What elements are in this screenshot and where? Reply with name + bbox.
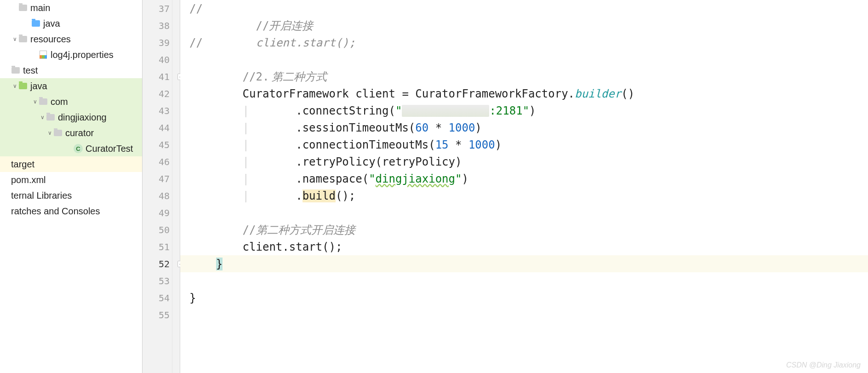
code-line-43[interactable]: | .connectString(":2181"): [180, 102, 868, 119]
code-line-51[interactable]: client.start();: [180, 238, 868, 255]
tree-item-java-test[interactable]: ∨java: [0, 78, 142, 94]
folder-icon: [18, 3, 28, 12]
code-line-46[interactable]: | .retryPolicy(retryPolicy): [180, 153, 868, 170]
code-line-54[interactable]: }: [180, 289, 868, 306]
tree-item-label: curator: [65, 128, 94, 138]
tree-item-dingjiaxiong[interactable]: ∨dingjiaxiong: [0, 109, 142, 125]
number-literal: 60: [415, 121, 428, 134]
code-text: }: [189, 292, 196, 304]
folder-icon: [31, 19, 40, 28]
method-build: build: [303, 189, 336, 202]
number-literal: 15: [435, 138, 449, 151]
code-line-42[interactable]: CuratorFramework client = CuratorFramewo…: [180, 85, 868, 102]
chevron-down-icon[interactable]: ∨: [11, 36, 18, 42]
tree-item-label: com: [51, 97, 68, 107]
code-line-47[interactable]: | .namespace("dingjiaxiong"): [180, 170, 868, 187]
code-editor[interactable]: // //开启连接 // client.start(); //2. 第二种方式 …: [180, 0, 868, 373]
code-text: ): [495, 138, 502, 151]
code-text: (): [621, 87, 634, 100]
tree-item-label: test: [23, 65, 38, 76]
fold-strip: [172, 0, 180, 373]
code-text: .sessionTimeoutMs(: [296, 121, 415, 134]
tree-item-test[interactable]: test: [0, 63, 142, 78]
code-line-38[interactable]: //开启连接: [180, 17, 868, 34]
tree-item-label: java: [43, 18, 60, 29]
tree-item-scratches[interactable]: ratches and Consoles: [0, 203, 142, 219]
tree-item-label: main: [30, 3, 50, 13]
code-line-45[interactable]: | .connectionTimeoutMs(15 * 1000): [180, 136, 868, 153]
tree-item-label: dingjiaxiong: [58, 112, 107, 123]
string-namespace: dingjiaxiong: [376, 172, 455, 185]
code-text: CuratorFramework client = CuratorFramewo…: [243, 87, 575, 100]
code-text: *: [449, 138, 468, 151]
tree-item-curatortest[interactable]: CCuratorTest: [0, 141, 142, 156]
tree-item-label: ternal Libraries: [11, 190, 72, 201]
folder-icon: [18, 81, 28, 91]
tree-item-pom[interactable]: pom.xml: [0, 172, 142, 188]
folder-icon: [18, 34, 28, 44]
code-line-48[interactable]: | .build();: [180, 187, 868, 204]
comment-slashes: //: [189, 36, 203, 49]
caret: }: [216, 258, 223, 270]
code-text: .retryPolicy(retryPolicy): [296, 155, 462, 168]
class-icon: C: [74, 144, 83, 153]
tree-item-label: resources: [30, 34, 71, 45]
code-text: .connectionTimeoutMs(: [296, 138, 435, 151]
method-builder: builder: [575, 87, 621, 100]
code-text: client.start();: [243, 241, 343, 253]
code-line-55[interactable]: [180, 306, 868, 323]
ide-root: mainjava∨resourceslog4j.propertiestest∨j…: [0, 0, 868, 373]
code-line-52[interactable]: }: [180, 255, 868, 272]
string-quote: ": [455, 172, 462, 185]
code-line-39[interactable]: // client.start();: [180, 34, 868, 51]
tree-item-label: target: [11, 159, 34, 170]
chevron-down-icon[interactable]: ∨: [46, 130, 53, 136]
folder-icon: [53, 128, 63, 138]
comment-slashes: //: [256, 19, 269, 32]
folder-icon: [11, 66, 20, 75]
code-line-40[interactable]: [180, 51, 868, 68]
code-line-41[interactable]: //2. 第二种方式: [180, 68, 868, 85]
code-text: .connectString(: [296, 104, 395, 117]
tree-item-curator[interactable]: ∨curator: [0, 125, 142, 141]
code-text: .: [296, 189, 302, 202]
comment-code: client.start();: [256, 36, 356, 49]
code-line-44[interactable]: | .sessionTimeoutMs(60 * 1000): [180, 119, 868, 136]
comment-text: 第二种方式开启连接: [256, 223, 355, 237]
tree-item-label: log4j.properties: [51, 50, 114, 60]
tree-item-resources[interactable]: ∨resources: [0, 31, 142, 47]
tree-item-log4j[interactable]: log4j.properties: [0, 47, 142, 63]
tree-item-label: java: [30, 81, 47, 92]
string-quote: ": [369, 172, 375, 185]
comment-text: 开启连接: [269, 18, 313, 33]
code-text: .namespace(: [296, 172, 369, 185]
comment-slashes: //2.: [243, 70, 269, 83]
code-text: ): [462, 172, 468, 185]
watermark: CSDN @Ding Jiaxiong: [786, 361, 861, 369]
tree-item-label: pom.xml: [11, 175, 46, 185]
tree-item-label: ratches and Consoles: [11, 206, 100, 217]
chevron-down-icon[interactable]: ∨: [31, 98, 39, 105]
code-text: *: [428, 121, 448, 134]
code-line-50[interactable]: //第二种方式开启连接: [180, 221, 868, 238]
number-literal: 1000: [449, 121, 475, 134]
tree-item-target[interactable]: target: [0, 156, 142, 172]
code-line-37[interactable]: //: [180, 0, 868, 17]
chevron-down-icon[interactable]: ∨: [11, 83, 18, 89]
folder-icon: [46, 113, 55, 122]
redacted-host: [402, 105, 489, 117]
code-line-53[interactable]: [180, 272, 868, 289]
tree-item-com[interactable]: ∨com: [0, 94, 142, 109]
code-line-49[interactable]: [180, 204, 868, 221]
file-icon: [39, 50, 48, 59]
tree-item-label: CuratorTest: [86, 143, 133, 154]
code-text: ): [475, 121, 481, 134]
tree-item-main[interactable]: main: [0, 0, 142, 16]
tree-item-java-main[interactable]: java: [0, 16, 142, 31]
editor-gutter: 3738394041–4243444546474849505152–535455: [143, 0, 180, 373]
tree-item-external-libraries[interactable]: ternal Libraries: [0, 188, 142, 203]
chevron-down-icon[interactable]: ∨: [39, 114, 46, 121]
code-text: ();: [336, 189, 355, 202]
project-tree[interactable]: mainjava∨resourceslog4j.propertiestest∨j…: [0, 0, 143, 373]
folder-icon: [39, 97, 48, 106]
